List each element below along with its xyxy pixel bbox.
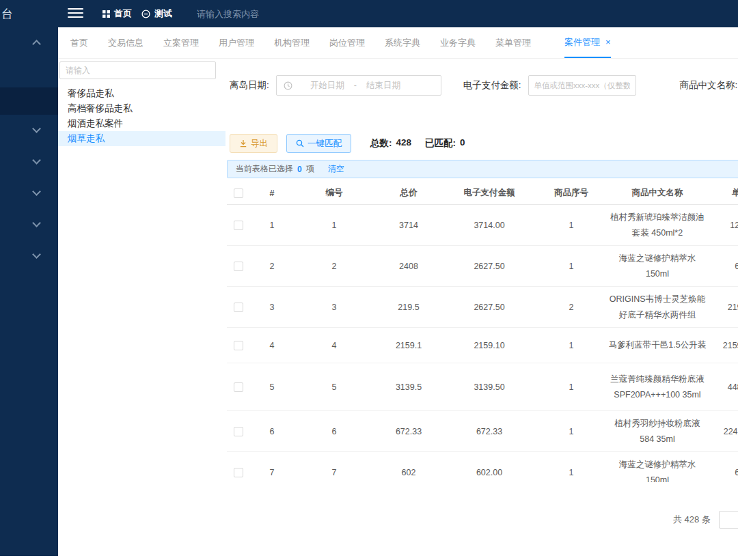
chevron-down-icon[interactable] xyxy=(32,156,41,165)
sidebar xyxy=(0,0,58,556)
cell-epay: 3714.00 xyxy=(443,221,536,230)
cell-index: 3 xyxy=(250,303,294,312)
tab-5[interactable]: 岗位管理 xyxy=(329,27,365,58)
cell-index: 5 xyxy=(250,382,294,392)
cell-seq: 1 xyxy=(536,427,607,436)
total-count-text: 共 428 条 xyxy=(673,514,711,526)
nav-test[interactable]: 测试 xyxy=(141,0,172,27)
selection-prefix: 当前表格已选择 xyxy=(236,163,293,175)
clock-icon xyxy=(284,81,292,90)
epay-amount-input[interactable] xyxy=(528,75,636,96)
tab-4[interactable]: 机构管理 xyxy=(274,27,310,58)
tab-3[interactable]: 用户管理 xyxy=(219,27,254,58)
cell-seq: 2 xyxy=(536,303,607,312)
results-table-wrap: # 编号 总价 电子支付金额 商品序号 商品中文名称 单价 1 1 3714 3… xyxy=(227,182,738,482)
tab-case-management[interactable]: 案件管理 × xyxy=(564,27,611,58)
category-list-item[interactable]: 烟酒走私案件 xyxy=(58,116,226,131)
cell-price: 602 xyxy=(708,468,738,477)
cell-epay: 2627.50 xyxy=(443,303,536,312)
nav-home-label: 首页 xyxy=(114,8,132,20)
page-size-select[interactable] xyxy=(719,511,738,529)
cell-code: 1 xyxy=(294,221,374,230)
tab-1[interactable]: 交易信息 xyxy=(108,27,144,58)
tab-7[interactable]: 业务字典 xyxy=(440,27,476,58)
cell-seq: 1 xyxy=(536,262,607,271)
chevron-down-icon[interactable] xyxy=(32,124,41,133)
end-date-placeholder: 结束日期 xyxy=(366,80,400,92)
cell-code: 7 xyxy=(294,468,374,477)
logo: 台 xyxy=(1,6,13,22)
hamburger-menu-icon[interactable] xyxy=(68,8,83,19)
row-checkbox[interactable] xyxy=(234,341,243,350)
row-checkbox[interactable] xyxy=(234,382,243,392)
row-checkbox[interactable] xyxy=(234,221,243,230)
search-icon xyxy=(296,139,304,148)
category-list: 奢侈品走私高档奢侈品走私烟酒走私案件烟草走私 xyxy=(58,86,226,146)
pagination: 共 428 条 xyxy=(673,511,738,529)
row-checkbox[interactable] xyxy=(234,468,243,477)
nav-home[interactable]: 首页 xyxy=(102,0,132,27)
tab-6[interactable]: 系统字典 xyxy=(385,27,420,58)
selection-suffix: 项 xyxy=(306,163,314,175)
start-date-placeholder: 开始日期 xyxy=(310,80,344,92)
cell-name: 马爹利蓝带干邑1.5公升装 xyxy=(607,333,708,358)
col-total: 总价 xyxy=(374,187,443,199)
close-icon[interactable]: × xyxy=(605,37,611,47)
minus-circle-icon xyxy=(141,10,150,18)
chevron-down-icon[interactable] xyxy=(32,250,41,259)
matched-value: 0 xyxy=(460,137,465,150)
cell-index: 1 xyxy=(250,221,294,230)
table-header: # 编号 总价 电子支付金额 商品序号 商品中文名称 单价 xyxy=(227,182,738,205)
cell-total: 602 xyxy=(374,468,443,477)
col-index: # xyxy=(250,188,294,198)
row-checkbox[interactable] xyxy=(234,427,243,436)
table-body: 1 1 3714 3714.00 1 植村秀新琥珀臻萃洁颜油套装 450ml*2… xyxy=(227,205,738,482)
selection-info-bar: 当前表格已选择 0 项 清空 xyxy=(227,160,738,178)
global-search-input[interactable] xyxy=(197,0,347,27)
cell-total: 3714 xyxy=(374,221,443,230)
selection-count: 0 xyxy=(297,165,302,174)
cell-seq: 1 xyxy=(536,382,607,392)
cell-epay: 2159.10 xyxy=(443,341,536,350)
cell-price: 2159.1 xyxy=(708,341,738,350)
col-name: 商品中文名称 xyxy=(607,182,708,206)
chevron-up-icon[interactable] xyxy=(32,40,41,48)
category-list-item[interactable]: 奢侈品走私 xyxy=(58,86,226,101)
sidebar-selected-item[interactable] xyxy=(0,87,58,115)
chevron-down-icon[interactable] xyxy=(32,219,41,227)
row-checkbox[interactable] xyxy=(234,262,243,271)
row-checkbox[interactable] xyxy=(234,303,243,312)
total-label: 总数: xyxy=(370,137,392,150)
cell-name: 海蓝之谜修护精萃水 150ml xyxy=(607,452,708,482)
tab-2[interactable]: 立案管理 xyxy=(163,27,199,58)
cell-epay: 2627.50 xyxy=(443,262,536,271)
col-code: 编号 xyxy=(294,187,374,199)
one-click-match-button[interactable]: 一键匹配 xyxy=(286,134,351,153)
cell-total: 2408 xyxy=(374,262,443,271)
cell-seq: 1 xyxy=(536,468,607,477)
cell-name: 植村秀羽纱持妆粉底液 584 35ml xyxy=(607,411,708,451)
cell-price: 219.5 xyxy=(708,303,738,312)
date-range-input[interactable]: 开始日期 - 结束日期 xyxy=(276,75,441,96)
download-icon xyxy=(239,139,247,148)
cell-name: 兰蔻菁纯臻颜精华粉底液SPF20PA+++100 35ml xyxy=(607,367,708,407)
cell-total: 672.33 xyxy=(374,427,443,436)
cell-epay: 672.33 xyxy=(443,427,536,436)
date-filter-label: 离岛日期: xyxy=(230,79,269,92)
export-button[interactable]: 导出 xyxy=(230,134,277,153)
filter-bar: 离岛日期: 开始日期 - 结束日期 电子支付金额: 商品中文名称: xyxy=(230,75,738,96)
chevron-down-icon[interactable] xyxy=(32,187,41,196)
cell-name: 海蓝之谜修护精萃水 150ml xyxy=(607,246,708,286)
clear-selection-link[interactable]: 清空 xyxy=(328,163,344,175)
tab-0[interactable]: 首页 xyxy=(70,27,88,58)
tab-8[interactable]: 菜单管理 xyxy=(495,27,531,58)
select-all-checkbox[interactable] xyxy=(234,188,243,198)
cell-total: 3139.5 xyxy=(374,382,443,392)
category-list-item[interactable]: 烟草走私 xyxy=(58,131,226,146)
cell-epay: 3139.50 xyxy=(443,382,536,392)
table-row: 4 4 2159.1 2159.10 1 马爹利蓝带干邑1.5公升装 2159.… xyxy=(227,328,738,363)
grid-icon xyxy=(102,10,110,18)
category-list-item[interactable]: 高档奢侈品走私 xyxy=(58,101,226,116)
category-search-input[interactable] xyxy=(59,61,216,79)
cell-price: 224.11 xyxy=(708,427,738,436)
